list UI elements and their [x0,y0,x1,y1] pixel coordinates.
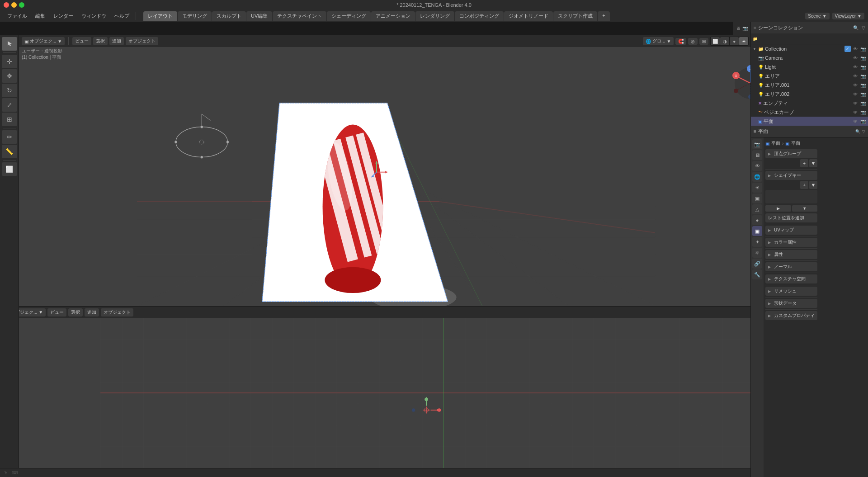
main-viewport[interactable]: ▣ オブジェク... ▼ ビュー 選択 追加 オブジェクト 🌐 グロ... ▼ … [19,35,773,306]
scene-item-camera[interactable]: 📷 Camera 👁 📷 [751,53,868,62]
menu-window[interactable]: ウィンドウ [78,12,110,20]
camera-eye-icon[interactable]: 👁 [852,55,859,61]
light-eye-icon[interactable]: 👁 [852,64,859,70]
scene-item-plane[interactable]: ▣ 平面 👁 📷 [751,117,868,126]
props-icon-material[interactable]: ● [752,215,762,225]
render-visible-icon[interactable]: 📷 [860,46,866,52]
scene-item-light[interactable]: 💡 Light 👁 📷 [751,62,868,71]
color-attr-section[interactable]: ▶ カラー属性 [765,238,817,247]
rest-pos-button[interactable]: レスト位置を追加 [765,213,817,222]
area002-eye-icon[interactable]: 👁 [852,91,859,97]
scene-item-empty[interactable]: ✕ エンプティ 👁 📷 [751,99,868,108]
tool-select[interactable] [2,37,17,51]
wireframe-btn[interactable]: ⬜ [711,37,720,45]
workspace-render[interactable]: レンダリング [415,11,454,21]
scene-item-area002[interactable]: 💡 エリア.002 👁 📷 [751,90,868,99]
workspace-layout[interactable]: レイアウト [143,11,177,21]
bottom-select-btn[interactable]: 選択 [68,308,83,316]
render-btn[interactable]: ☀ [739,37,748,45]
bottom-grid[interactable]: Y [19,318,868,468]
props-icon-scene[interactable]: 🌐 [752,172,762,182]
scene-item-area001[interactable]: 💡 エリア.001 👁 📷 [751,80,868,90]
empty-eye-icon[interactable]: 👁 [852,100,859,106]
tool-cursor[interactable]: ✛ [2,55,17,68]
filter-icon-2[interactable]: ▽ [862,25,865,30]
tool-add[interactable]: ⬜ [2,162,17,176]
curve-eye-icon[interactable]: 👁 [852,109,859,115]
vp-view-btn[interactable]: ビュー [72,37,91,45]
snap-btn[interactable]: 🧲 [675,38,686,45]
workspace-modeling[interactable]: モデリング [178,11,212,21]
global-local-btn[interactable]: 🌐 グロ... ▼ [643,37,674,45]
props-down-arrow[interactable]: ▼ [809,159,817,167]
visible-icon[interactable]: ✓ [844,46,851,52]
props-icon-data[interactable]: ▣ [752,226,762,236]
solid-btn[interactable]: ◑ [720,37,729,45]
add-vg-button[interactable]: + [800,159,808,167]
empty-render-icon[interactable]: 📷 [860,100,866,106]
proportional-btn[interactable]: ◎ [688,38,698,45]
texture-space-section[interactable]: ▶ テクスチャ空間 [765,274,817,283]
shape-keys-section[interactable]: ▶ シェイプキー [765,171,817,180]
area-eye-icon[interactable]: 👁 [852,73,859,79]
material-btn[interactable]: ● [730,37,739,45]
menu-render[interactable]: レンダー [50,12,77,20]
vp-select-btn[interactable]: 選択 [93,37,108,45]
add-sk-button[interactable]: + [800,181,808,189]
props-icon-output[interactable]: 🖥 [752,150,762,160]
camera-render-icon[interactable]: 📷 [860,55,866,61]
scene-item-area[interactable]: 💡 エリア 👁 📷 [751,71,868,80]
workspace-add[interactable]: + [598,11,609,21]
workspace-texture[interactable]: テクスチャペイント [273,11,326,21]
bottom-add-btn[interactable]: 追加 [85,308,99,316]
minimize-button[interactable] [11,2,17,8]
props-icon-modifiers[interactable]: 🔧 [752,269,762,279]
workspace-animation[interactable]: アニメーション [371,11,415,21]
workspace-geometry[interactable]: ジオメトリノード [504,11,553,21]
props-search-icon[interactable]: 🔍 [855,129,860,134]
curve-render-icon[interactable]: 📷 [860,109,866,115]
bottom-view-btn[interactable]: ビュー [47,308,66,316]
props-icon-physics[interactable]: ⚛ [752,248,762,258]
vp-object-btn[interactable]: オブジェクト [126,37,158,45]
tool-annotate[interactable]: ✏ [2,130,17,144]
tool-scale[interactable]: ⤢ [2,98,17,112]
props-icon-constraints[interactable]: 🔗 [752,259,762,269]
viewlayer-selector[interactable]: ViewLayer ▼ [832,13,864,19]
light-render-icon[interactable]: 📷 [860,64,866,70]
props-icon-render[interactable]: 📷 [752,139,762,149]
menu-edit[interactable]: 編集 [32,12,49,20]
workspace-sculpt[interactable]: スカルプト [212,11,246,21]
eye-icon[interactable]: 👁 [852,46,859,52]
area001-eye-icon[interactable]: 👁 [852,82,859,88]
close-button[interactable] [4,2,9,8]
menu-help[interactable]: ヘルプ [111,12,133,20]
workspace-compositing[interactable]: コンポジティング [455,11,504,21]
tool-measure[interactable]: 📏 [2,145,17,158]
scene-selector[interactable]: Scene ▼ [805,13,829,19]
bottom-object-btn[interactable]: オブジェクト [101,308,133,316]
sk-btn1[interactable]: ▶ [765,205,791,212]
menu-file[interactable]: ファイル [4,12,31,20]
normal-section[interactable]: ▶ ノーマル [765,262,817,271]
tool-move[interactable]: ✥ [2,69,17,83]
viewport-canvas[interactable]: Z Y X 🔍 ✋ 📷 ⊞ [19,47,773,306]
scene-item-curve[interactable]: 〜 ベジエカーブ 👁 📷 [751,108,868,117]
vertex-groups-section[interactable]: ▶ 頂点グループ [765,149,817,158]
workspace-uv[interactable]: UV編集 [246,11,272,21]
attr-section[interactable]: ▶ 属性 [765,250,817,259]
plane-render-icon[interactable]: 📷 [860,118,866,124]
plane-eye-icon[interactable]: 👁 [852,118,859,124]
scene-item-collection[interactable]: ▼ 📁 Collection ✓ 👁 📷 [751,44,868,53]
area-render-icon[interactable]: 📷 [860,73,866,79]
area002-render-icon[interactable]: 📷 [860,91,866,97]
transform-btn[interactable]: ⊞ [699,38,708,45]
props-filter-btn[interactable]: ▽ [862,129,865,134]
props-icon-object[interactable]: ▣ [752,194,762,203]
props-icon-mesh[interactable]: △ [752,204,762,214]
bottom-viewport[interactable]: ▣ オブジェク... ▼ ビュー 選択 追加 オブジェクト 🌐 グロ... ▼ … [0,306,868,477]
area001-render-icon[interactable]: 📷 [860,82,866,88]
sk-btn2[interactable]: ▼ [792,205,818,212]
vp-add-btn[interactable]: 追加 [109,37,124,45]
remesh-section[interactable]: ▶ リメッシュ [765,287,817,296]
